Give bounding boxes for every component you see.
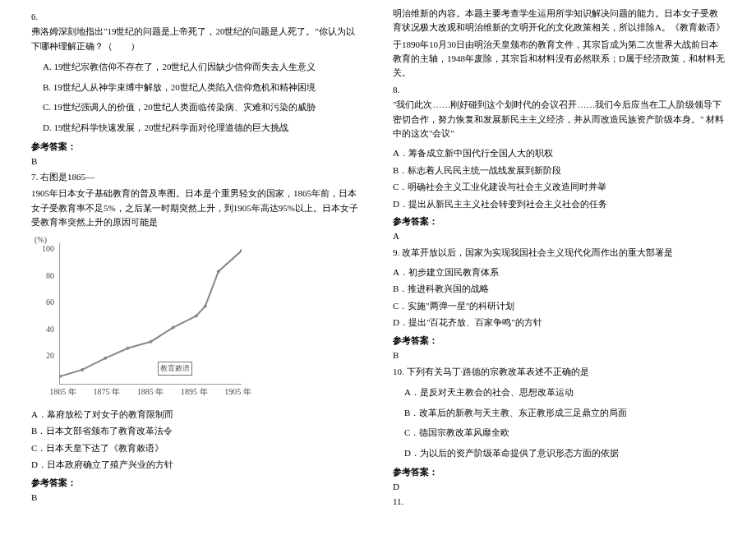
left-column: 6. 弗洛姆深刻地指出"19世纪的问题是上帝死了，20世纪的问题是人死了。"你认… — [16, 7, 378, 528]
q6-option-d: D. 19世纪科学快速发展，20世纪科学面对伦理道德的巨大挑战 — [43, 121, 363, 135]
q7-answer-label: 参考答案： — [31, 477, 363, 489]
y-tick-20: 20 — [46, 350, 54, 359]
q8-option-d: D．提出从新民主主义社会转变到社会主义社会的任务 — [393, 197, 725, 211]
q7-chart: (%) 100 80 60 40 20 教育敕语 1865 年 1 — [31, 237, 245, 401]
q8-answer: A — [393, 231, 725, 241]
q11-number: 11. — [393, 496, 725, 506]
y-tick-100: 100 — [42, 244, 54, 253]
q7-stem: 1905年日本女子基础教育的普及率图。日本是个重男轻女的国家，1865年前，日本… — [31, 187, 363, 230]
q9-stem: 9. 改革开放以后，国家为实现我国社会主义现代化而作出的重大部署是 — [393, 246, 725, 261]
x-tick-1895: 1895 年 — [181, 386, 208, 398]
svg-point-3 — [126, 347, 129, 350]
q8-option-a: A．筹备成立新中国代行全国人大的职权 — [393, 146, 725, 160]
chart-svg — [60, 243, 242, 384]
svg-point-4 — [149, 340, 152, 344]
q7-explain-p2: 于1890年10月30日由明治天皇颁布的教育文件，其宗旨成为第二次世界大战前日本… — [393, 38, 725, 80]
q8-stem: "我们此次……刚好碰到这个划时代的会议召开……我们今后应当在工人阶级领导下密切合… — [393, 98, 725, 141]
q9-answer-label: 参考答案： — [393, 334, 725, 347]
chart-annotation-kyoiku: 教育敕语 — [158, 362, 192, 376]
q6-answer-label: 参考答案： — [31, 141, 363, 153]
q6-answer: B — [31, 156, 363, 166]
q8-answer-label: 参考答案： — [393, 215, 725, 228]
q9-option-c: C．实施"两弹一星"的科研计划 — [393, 299, 725, 313]
x-tick-1905: 1905 年 — [224, 386, 251, 398]
q6-stem: 弗洛姆深刻地指出"19世纪的问题是上帝死了，20世纪的问题是人死了。"你认为以下… — [31, 25, 363, 53]
q9-answer: B — [393, 350, 725, 360]
q7-explain-p1: 明治维新的内容。本题主要考查学生运用所学知识解决问题的能力。日本女子受教育状况极… — [393, 7, 725, 35]
svg-point-1 — [81, 368, 84, 371]
q10-option-c: C．德国宗教改革风靡全欧 — [404, 426, 725, 440]
x-tick-1885: 1885 年 — [137, 386, 164, 398]
chart-x-axis: 1865 年 1875 年 1885 年 1895 年 1905 年 — [59, 386, 242, 401]
q7-option-d: D．日本政府确立了殖产兴业的方针 — [31, 458, 363, 472]
right-column: 明治维新的内容。本题主要考查学生运用所学知识解决问题的能力。日本女子受教育状况极… — [378, 7, 740, 528]
chart-plot-area: 教育敕语 — [59, 243, 242, 385]
q6-option-a: A. 19世纪宗教信仰不存在了，20世纪人们因缺少信仰而失去人生意义 — [43, 60, 363, 74]
chart-dots — [60, 249, 242, 378]
x-tick-1875: 1875 年 — [93, 386, 120, 398]
svg-point-7 — [204, 304, 207, 307]
y-tick-40: 40 — [46, 324, 54, 333]
q7-option-c: C．日本天皇下达了《教育敕语》 — [31, 441, 363, 455]
svg-point-2 — [104, 357, 107, 360]
q10-option-b: B．改革后的新教与天主教、东正教形成三足鼎立的局面 — [404, 406, 725, 420]
svg-point-6 — [195, 314, 198, 317]
y-tick-60: 60 — [46, 297, 54, 307]
q10-option-d: D．为以后的资产阶级革命提供了意识形态方面的依据 — [404, 446, 725, 460]
q10-stem: 10. 下列有关马丁·路德的宗教改革表述不正确的是 — [393, 365, 725, 380]
svg-point-8 — [217, 270, 220, 273]
q6-option-c: C. 19世纪强调人的价值，20世纪人类面临传染病、灾难和污染的威胁 — [43, 100, 363, 114]
q6-option-b: B. 19世纪人从神学束缚中解放，20世纪人类陷入信仰危机和精神困境 — [43, 81, 363, 95]
q7-number-lead: 7. 右图是1865— — [31, 171, 363, 183]
q9-option-a: A．初步建立国民教育体系 — [393, 265, 725, 279]
x-tick-1865: 1865 年 — [49, 386, 76, 398]
q10-option-a: A．是反对天主教会的社会、思想改革运动 — [404, 385, 725, 399]
q10-answer: D — [393, 482, 725, 491]
q8-option-b: B．标志着人民民主统一战线发展到新阶段 — [393, 164, 725, 178]
q9-option-b: B．推进科教兴国的战略 — [393, 282, 725, 296]
q8-option-c: C．明确社会主义工业化建设与社会主义改造同时并举 — [393, 180, 725, 194]
q9-option-d: D．提出"百花齐放、百家争鸣"的方针 — [393, 316, 725, 330]
q10-answer-label: 参考答案： — [393, 466, 725, 478]
q8-number: 8. — [393, 85, 725, 95]
q6-number: 6. — [31, 12, 363, 21]
q7-option-a: A．幕府放松了对女子的教育限制而 — [31, 408, 363, 422]
svg-point-5 — [172, 326, 175, 330]
q7-option-b: B．日本文部省颁布了教育改革法令 — [31, 424, 363, 438]
chart-line — [60, 251, 242, 376]
y-tick-80: 80 — [46, 270, 54, 279]
chart-y-axis: 100 80 60 40 20 — [31, 237, 58, 385]
q7-answer: B — [31, 492, 363, 502]
